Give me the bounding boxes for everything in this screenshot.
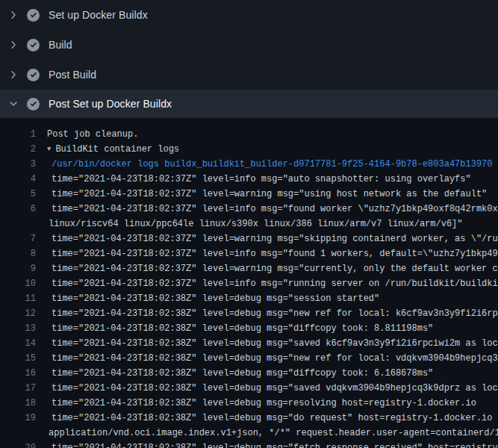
chevron-right-icon [7, 9, 19, 21]
chevron-right-icon [7, 39, 19, 51]
step-label: Set up Docker Buildx [49, 9, 148, 21]
log-line-text: ▼BuildKit container logs [47, 142, 179, 157]
log-line-20: 20 time="2021-04-23T18:02:38Z" level=deb… [0, 441, 498, 448]
log-line-text: time="2021-04-23T18:02:37Z" level=info m… [52, 172, 471, 187]
step-header-0[interactable]: Set up Docker Buildx [0, 0, 498, 30]
log-line-text: time="2021-04-23T18:02:38Z" level=debug … [52, 381, 498, 396]
log-line-text: linux/riscv64 linux/ppc64le linux/s390x … [49, 217, 463, 231]
log-line-10: 10 time="2021-04-23T18:02:37Z" level=inf… [0, 276, 498, 291]
log-line-19: 19 time="2021-04-23T18:02:38Z" level=deb… [0, 411, 498, 426]
log-line-17: 17 time="2021-04-23T18:02:38Z" level=deb… [0, 381, 498, 396]
log-line-text: Post job cleanup. [47, 127, 138, 142]
log-line-text: time="2021-04-23T18:02:38Z" level=debug … [52, 396, 476, 411]
log-line-number[interactable]: 1 [0, 127, 36, 142]
log-line-9: 9 time="2021-04-23T18:02:37Z" level=warn… [0, 261, 498, 276]
log-line-3: 3 /usr/bin/docker logs buildx_buildkit_b… [0, 157, 498, 172]
triangle-down-icon[interactable]: ▼ [47, 142, 51, 157]
log-line-number [0, 217, 36, 231]
check-circle-icon [27, 39, 40, 52]
log-line-5: 5 time="2021-04-23T18:02:37Z" level=warn… [0, 187, 498, 202]
log-line-text: time="2021-04-23T18:02:38Z" level=debug … [52, 411, 498, 426]
step-label: Post Build [49, 69, 96, 81]
step-header-1[interactable]: Build [0, 30, 498, 60]
log-line-12: 12 time="2021-04-23T18:02:38Z" level=deb… [0, 306, 498, 321]
log-line-text: time="2021-04-23T18:02:38Z" level=debug … [52, 336, 498, 351]
check-circle-icon [27, 98, 40, 111]
step-header-3[interactable]: Post Set up Docker Buildx [0, 90, 498, 118]
log-line-14: 14 time="2021-04-23T18:02:38Z" level=deb… [0, 336, 498, 351]
log-line-text: /usr/bin/docker logs buildx_buildkit_bui… [52, 157, 493, 172]
log-line-number[interactable]: 3 [0, 157, 36, 172]
log-line-wrap: application/vnd.oci.image.index.v1+json,… [0, 426, 498, 441]
log-line-7: 7 time="2021-04-23T18:02:37Z" level=warn… [0, 231, 498, 246]
log-line-8: 8 time="2021-04-23T18:02:37Z" level=info… [0, 246, 498, 261]
log-line-number[interactable]: 20 [0, 441, 36, 448]
log-line-text: time="2021-04-23T18:02:37Z" level=info m… [52, 276, 498, 291]
check-circle-icon [27, 69, 40, 81]
log-line-11: 11 time="2021-04-23T18:02:38Z" level=deb… [0, 291, 498, 306]
log-line-number[interactable]: 2 [0, 142, 36, 157]
log-line-text: time="2021-04-23T18:02:37Z" level=info m… [52, 202, 498, 217]
chevron-down-icon [7, 98, 19, 110]
log-line-13: 13 time="2021-04-23T18:02:38Z" level=deb… [0, 321, 498, 336]
log-line-4: 4 time="2021-04-23T18:02:37Z" level=info… [0, 172, 498, 187]
log-output: 1 Post job cleanup. 2 ▼BuildKit containe… [0, 118, 498, 448]
step-label: Build [49, 39, 72, 51]
log-line-number[interactable]: 15 [0, 351, 36, 366]
log-line-number[interactable]: 14 [0, 336, 36, 351]
log-line-text: time="2021-04-23T18:02:38Z" level=debug … [52, 366, 433, 381]
log-line-number[interactable]: 5 [0, 187, 36, 202]
log-line-text: time="2021-04-23T18:02:37Z" level=info m… [52, 246, 498, 261]
log-line-number[interactable]: 11 [0, 291, 36, 306]
log-line-text: time="2021-04-23T18:02:38Z" level=debug … [52, 351, 498, 366]
log-line-number[interactable]: 4 [0, 172, 36, 187]
log-line-text: time="2021-04-23T18:02:37Z" level=warnin… [52, 231, 498, 246]
step-label: Post Set up Docker Buildx [49, 98, 172, 110]
log-line-number[interactable]: 16 [0, 366, 36, 381]
check-circle-icon [27, 9, 40, 22]
log-line-15: 15 time="2021-04-23T18:02:38Z" level=deb… [0, 351, 498, 366]
log-line-number[interactable]: 19 [0, 411, 36, 426]
log-line-18: 18 time="2021-04-23T18:02:38Z" level=deb… [0, 396, 498, 411]
log-line-text: time="2021-04-23T18:02:37Z" level=warnin… [52, 187, 487, 202]
log-line-text: time="2021-04-23T18:02:38Z" level=debug … [52, 321, 433, 336]
step-header-2[interactable]: Post Build [0, 60, 498, 90]
log-line-text: time="2021-04-23T18:02:37Z" level=warnin… [52, 261, 498, 276]
log-line-number[interactable]: 12 [0, 306, 36, 321]
chevron-right-icon [7, 69, 19, 81]
log-line-number[interactable]: 17 [0, 381, 36, 396]
actions-log-viewer: Set up Docker Buildx Build Post Build Po… [0, 0, 498, 448]
log-line-number[interactable]: 13 [0, 321, 36, 336]
log-line-1: 1 Post job cleanup. [0, 127, 498, 142]
step-list: Set up Docker Buildx Build Post Build Po… [0, 0, 498, 118]
log-line-number[interactable]: 10 [0, 276, 36, 291]
log-line-number[interactable]: 7 [0, 231, 36, 246]
log-line-number[interactable]: 6 [0, 202, 36, 217]
log-line-6: 6 time="2021-04-23T18:02:37Z" level=info… [0, 202, 498, 217]
log-line-number[interactable]: 8 [0, 246, 36, 261]
log-line-wrap: linux/riscv64 linux/ppc64le linux/s390x … [0, 217, 498, 231]
log-line-text: application/vnd.oci.image.index.v1+json,… [49, 426, 498, 441]
log-line-2: 2 ▼BuildKit container logs [0, 142, 498, 157]
log-line-number[interactable]: 9 [0, 261, 36, 276]
log-line-text: time="2021-04-23T18:02:38Z" level=debug … [52, 306, 498, 321]
log-line-number[interactable]: 18 [0, 396, 36, 411]
log-line-text: time="2021-04-23T18:02:38Z" level=debug … [52, 441, 498, 448]
log-line-16: 16 time="2021-04-23T18:02:38Z" level=deb… [0, 366, 498, 381]
log-line-number [0, 426, 36, 441]
log-line-text: time="2021-04-23T18:02:38Z" level=debug … [52, 291, 379, 306]
